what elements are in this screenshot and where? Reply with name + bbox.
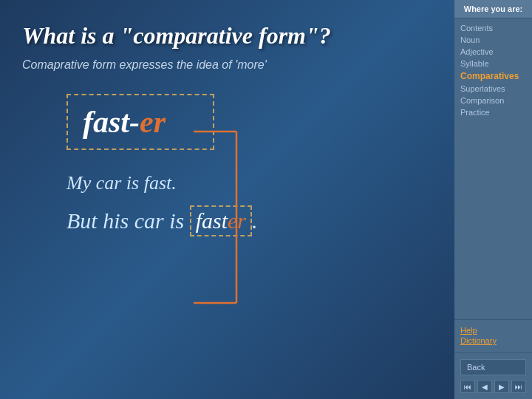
help-section: Help Dictionary xyxy=(454,319,532,352)
faster-highlighted: faster xyxy=(190,205,252,236)
sentence2-before: But his car is xyxy=(66,208,190,233)
faster-suffix: er xyxy=(228,208,246,233)
nav-btn-3[interactable]: ⏭ xyxy=(511,380,526,393)
nav-item-syllable[interactable]: Syllable xyxy=(460,58,526,69)
word-base: fast- xyxy=(83,105,140,139)
main-content: What is a "comparative form"? Comaprativ… xyxy=(0,0,454,399)
where-you-are-label: Where you are: xyxy=(454,0,532,18)
help-link[interactable]: Help xyxy=(460,326,526,335)
subtitle: Comaprative form expresses the idea of '… xyxy=(22,58,432,72)
nav-btn-0[interactable]: ⏮ xyxy=(460,380,475,393)
nav-item-comparison[interactable]: Comparison xyxy=(460,95,526,106)
nav-item-practice[interactable]: Practice xyxy=(460,107,526,117)
nav-btn-2[interactable]: ▶ xyxy=(494,380,509,393)
nav-item-comparatives[interactable]: Comparatives xyxy=(460,70,526,82)
nav-menu: ContentsNounAdjectiveSyllableComparative… xyxy=(454,18,532,319)
nav-btn-1[interactable]: ◀ xyxy=(477,380,492,393)
sentence1: My car is fast. xyxy=(66,172,432,194)
word-suffix: er xyxy=(140,105,166,139)
nav-item-adjective[interactable]: Adjective xyxy=(460,47,526,57)
sentence2-end: . xyxy=(252,208,258,233)
nav-buttons: ⏮◀▶⏭ xyxy=(460,380,526,393)
page-title: What is a "comparative form"? xyxy=(22,22,432,50)
word-box: fast-er xyxy=(66,94,214,150)
word-display: fast-er xyxy=(83,104,198,140)
nav-item-contents[interactable]: Contents xyxy=(460,23,526,33)
sidebar: Where you are: ContentsNounAdjectiveSyll… xyxy=(454,0,532,399)
back-section: Back ⏮◀▶⏭ xyxy=(454,352,532,399)
nav-item-superlatives[interactable]: Superlatives xyxy=(460,83,526,94)
nav-item-noun[interactable]: Noun xyxy=(460,35,526,45)
dictionary-link[interactable]: Dictionary xyxy=(460,336,526,345)
faster-base: fast xyxy=(196,208,228,233)
back-button[interactable]: Back xyxy=(460,359,526,375)
sentence2: But his car is faster. xyxy=(66,208,258,233)
